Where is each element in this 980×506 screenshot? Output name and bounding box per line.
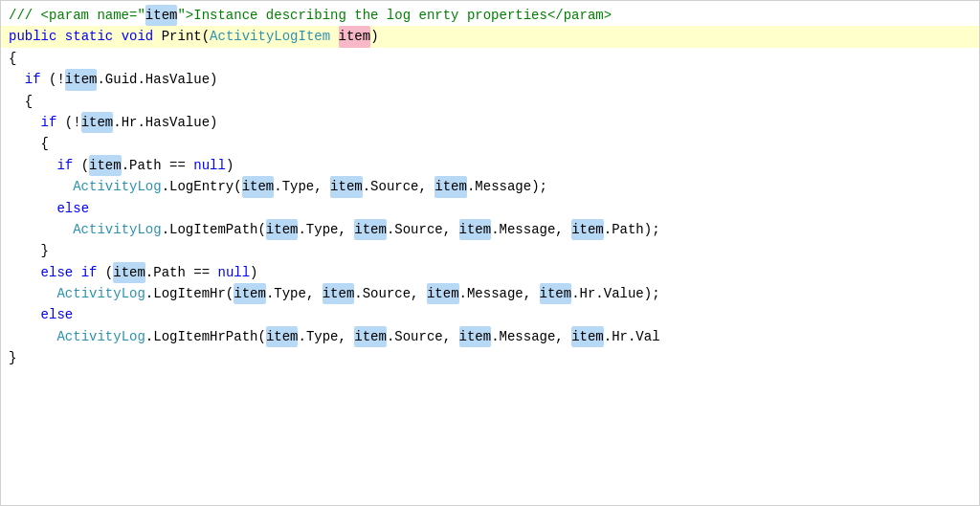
code-line-6: if (!item.Hr.HasValue) <box>1 112 979 133</box>
keyword-public: public <box>9 26 56 47</box>
rest2: .Hr.HasValue) <box>113 112 217 133</box>
message-text3: .Message, <box>459 283 540 304</box>
code-line-8: if (item.Path == null) <box>1 155 979 176</box>
rest1: .Guid.HasValue) <box>97 69 217 90</box>
code-editor: /// <param name="item">Instance describi… <box>0 0 980 506</box>
code-line-15: else <box>1 304 979 325</box>
highlight-item-10: item <box>459 219 492 240</box>
source-text3: .Source, <box>354 283 427 304</box>
open-paren: (! <box>41 69 65 90</box>
indent1 <box>9 69 25 90</box>
keyword-else2: else <box>41 262 74 283</box>
highlight-item-19: item <box>459 326 492 347</box>
highlight-item-12: item <box>113 262 145 283</box>
keyword-else: else <box>56 198 89 219</box>
open-paren3: ( <box>73 155 89 176</box>
highlight-item-20: item <box>571 326 604 347</box>
code-line-16: ActivityLog.LogItemHrPath(item.Type, ite… <box>1 326 979 347</box>
code-line-10: else <box>1 198 979 219</box>
highlight-item-14: item <box>323 283 355 304</box>
brace-open: { <box>9 48 16 69</box>
hrvalue-text: .Hr.Value); <box>571 283 659 304</box>
indent4b <box>9 283 56 304</box>
keyword-null: null <box>193 155 226 176</box>
close-paren3: ) <box>226 155 234 176</box>
hrval-text: .Hr.Val <box>604 326 660 347</box>
highlight-item-13: item <box>234 283 266 304</box>
highlight-item-4: item <box>89 155 122 176</box>
code-line-11: ActivityLog.LogItemPath(item.Type, item.… <box>1 219 979 240</box>
source-text2: .Source, <box>387 219 459 240</box>
code-line-2: public static void Print(ActivityLogItem… <box>1 26 979 47</box>
indent1 <box>9 91 25 112</box>
highlight-item-17: item <box>266 326 299 347</box>
space2 <box>113 26 121 47</box>
close-paren4: ) <box>250 262 257 283</box>
highlight-item-7: item <box>434 176 467 197</box>
type-text3: .Type, <box>266 283 323 304</box>
space-if <box>73 262 80 283</box>
highlight-item-3: item <box>81 112 114 133</box>
indent2b <box>9 262 41 283</box>
code-line-9: ActivityLog.LogEntry(item.Type, item.Sou… <box>1 176 979 197</box>
type-activitylog: ActivityLog <box>73 176 161 197</box>
indent4 <box>9 219 73 240</box>
keyword-static: static <box>65 26 113 47</box>
dot3: .LogItemHr( <box>145 283 234 304</box>
type-text2: .Type, <box>298 219 354 240</box>
rest4: .Path == <box>145 262 218 283</box>
keyword-null2: null <box>217 262 250 283</box>
type-text: .Type, <box>274 176 330 197</box>
comment-token: /// <param name=" <box>9 5 145 26</box>
highlight-item-6: item <box>330 176 363 197</box>
indent2 <box>9 240 41 261</box>
brace-open3: { <box>41 133 49 154</box>
path-text: .Path); <box>604 219 660 240</box>
source-text4: .Source, <box>387 326 459 347</box>
code-line-14: ActivityLog.LogItemHr(item.Type, item.So… <box>1 283 979 304</box>
indent2 <box>9 112 41 133</box>
dot2: .LogItemPath( <box>162 219 266 240</box>
space4 <box>330 26 338 47</box>
rest3: .Path == <box>122 155 194 176</box>
open-paren2: (! <box>56 112 80 133</box>
indent2 <box>9 133 41 154</box>
code-line-3: { <box>1 48 979 69</box>
keyword-if: if <box>25 69 41 90</box>
highlight-item-1: item <box>145 5 178 26</box>
dot4: .LogItemHrPath( <box>145 326 266 347</box>
highlight-item-9: item <box>354 219 387 240</box>
type-text4: .Type, <box>298 326 354 347</box>
indent4 <box>9 176 73 197</box>
type-activitylog3: ActivityLog <box>56 283 145 304</box>
code-line-5: { <box>1 91 979 112</box>
comment-token-2: ">Instance describing the log enrty prop… <box>177 5 612 26</box>
brace-open2: { <box>25 91 33 112</box>
keyword-if4: if <box>81 262 98 283</box>
message-text: .Message); <box>467 176 547 197</box>
code-line-12: } <box>1 240 979 261</box>
highlight-item-18: item <box>354 326 387 347</box>
type-activitylog4: ActivityLog <box>56 326 145 347</box>
method-print: Print( <box>162 26 210 47</box>
code-line-4: if (!item.Guid.HasValue) <box>1 69 979 90</box>
message-text2: .Message, <box>491 219 571 240</box>
source-text: .Source, <box>363 176 435 197</box>
highlight-item-15: item <box>427 283 459 304</box>
close-paren: ) <box>370 26 378 47</box>
message-text4: .Message, <box>491 326 571 347</box>
space3 <box>153 26 161 47</box>
highlight-item-param: item <box>339 26 371 47</box>
keyword-if2: if <box>41 112 57 133</box>
code-line-7: { <box>1 133 979 154</box>
highlight-item-11: item <box>571 219 604 240</box>
indent2c <box>9 304 41 325</box>
highlight-item-8: item <box>266 219 299 240</box>
keyword-if3: if <box>56 155 73 176</box>
indent3 <box>9 155 56 176</box>
brace-close2: } <box>9 347 16 368</box>
brace-close1: } <box>41 240 49 261</box>
indent4c <box>9 326 56 347</box>
dot1: .LogEntry( <box>162 176 242 197</box>
indent3 <box>9 198 56 219</box>
